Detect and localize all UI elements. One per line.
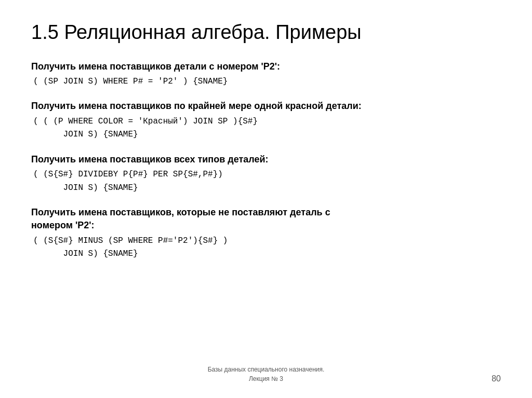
section-3-code: ( (S{S#} DIVIDEBY P{P#} PER SP{S#,P#}) J… xyxy=(33,168,501,195)
slide-footer: Базы данных специального назначения. Лек… xyxy=(0,365,532,383)
section-3-description: Получить имена поставщиков всех типов де… xyxy=(31,153,501,166)
section-4: Получить имена поставщиков, которые не п… xyxy=(31,206,501,261)
section-4-description: Получить имена поставщиков, которые не п… xyxy=(31,206,501,232)
section-4-desc-line1: Получить имена поставщиков, которые не п… xyxy=(31,207,330,217)
section-4-desc-line2: номером 'P2': xyxy=(31,220,95,230)
section-1-code: ( (SP JOIN S) WHERE P# = 'P2' ) {SNAME} xyxy=(33,75,501,89)
footer-text-line2: Лекция № 3 xyxy=(249,375,283,382)
slide-container: 1.5 Реляционная алгебра. Примеры Получит… xyxy=(0,0,532,398)
slide-title: 1.5 Реляционная алгебра. Примеры xyxy=(31,21,501,45)
section-1-description: Получить имена поставщиков детали с номе… xyxy=(31,60,501,73)
section-1: Получить имена поставщиков детали с номе… xyxy=(31,60,501,89)
section-3: Получить имена поставщиков всех типов де… xyxy=(31,153,501,195)
footer-page-number: 80 xyxy=(491,374,501,383)
footer-text-line1: Базы данных специального назначения. xyxy=(208,366,325,373)
section-2-code: ( ( (P WHERE COLOR = 'Красный') JOIN SP … xyxy=(33,115,501,142)
section-4-code: ( (S{S#} MINUS (SP WHERE P#='P2'){S#} ) … xyxy=(33,235,501,261)
section-2-description: Получить имена поставщиков по крайней ме… xyxy=(31,100,501,113)
footer-text: Базы данных специального назначения. Лек… xyxy=(208,365,325,383)
section-2: Получить имена поставщиков по крайней ме… xyxy=(31,100,501,141)
